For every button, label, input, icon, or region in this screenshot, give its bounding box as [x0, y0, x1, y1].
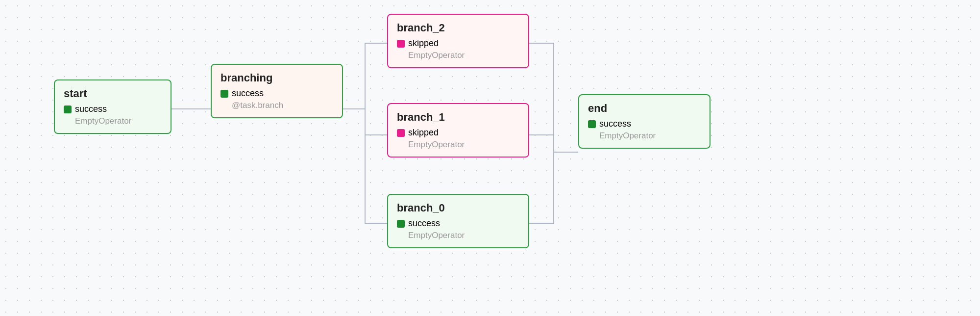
- node-branching-status-label: success: [232, 88, 264, 99]
- edge-branching-branch0: [343, 109, 387, 223]
- node-branch2[interactable]: branch_2 skipped EmptyOperator: [387, 14, 529, 68]
- node-start-status-dot: [64, 105, 72, 113]
- node-branch0-operator: EmptyOperator: [408, 231, 519, 240]
- node-branch1[interactable]: branch_1 skipped EmptyOperator: [387, 103, 529, 158]
- node-end-operator: EmptyOperator: [599, 131, 701, 141]
- node-branch0-title: branch_0: [397, 202, 519, 214]
- edge-branch2-end: [529, 43, 578, 152]
- node-branch2-status-dot: [397, 40, 405, 48]
- node-branching[interactable]: branching success @task.branch: [211, 64, 343, 118]
- node-branching-operator: @task.branch: [232, 101, 333, 110]
- node-end-status: success: [588, 119, 701, 129]
- node-start-operator: EmptyOperator: [75, 116, 162, 126]
- node-branch1-operator: EmptyOperator: [408, 140, 519, 150]
- edge-branching-branch1: [343, 109, 387, 135]
- node-branching-status: success: [220, 88, 333, 99]
- node-branch2-status-label: skipped: [408, 38, 439, 49]
- node-branch2-operator: EmptyOperator: [408, 51, 519, 60]
- node-end-title: end: [588, 102, 701, 115]
- node-start[interactable]: start success EmptyOperator: [54, 79, 172, 134]
- node-branch0-status: success: [397, 218, 519, 229]
- node-branch1-title: branch_1: [397, 111, 519, 124]
- node-branch0[interactable]: branch_0 success EmptyOperator: [387, 194, 529, 248]
- node-start-status-label: success: [75, 104, 107, 114]
- node-branching-status-dot: [220, 90, 228, 98]
- node-branch2-status: skipped: [397, 38, 519, 49]
- node-branching-title: branching: [220, 72, 333, 84]
- node-branch1-status-dot: [397, 129, 405, 137]
- node-branch2-title: branch_2: [397, 22, 519, 34]
- edge-branch0-end: [529, 152, 578, 223]
- node-end-status-dot: [588, 120, 596, 128]
- node-start-status: success: [64, 104, 162, 114]
- dag-canvas: start success EmptyOperator branching su…: [0, 0, 980, 316]
- node-branch0-status-dot: [397, 220, 405, 228]
- node-branch1-status-label: skipped: [408, 128, 439, 138]
- node-start-title: start: [64, 87, 162, 100]
- node-branch0-status-label: success: [408, 218, 440, 229]
- edge-branch1-end: [529, 135, 578, 152]
- node-branch1-status: skipped: [397, 128, 519, 138]
- node-end[interactable]: end success EmptyOperator: [578, 94, 710, 149]
- node-end-status-label: success: [599, 119, 631, 129]
- edge-branching-branch2: [343, 43, 387, 109]
